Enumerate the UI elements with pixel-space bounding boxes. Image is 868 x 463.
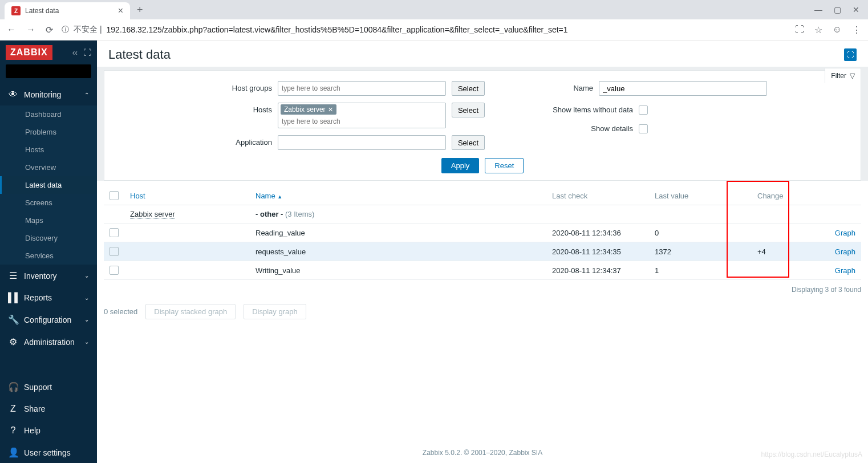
filter-label: Show details [519, 121, 633, 133]
reset-button[interactable]: Reset [485, 158, 524, 173]
select-all-checkbox[interactable] [109, 191, 119, 200]
monitoring-submenu: Dashboard Problems Hosts Overview Latest… [0, 105, 97, 265]
host-link[interactable]: Zabbix server [130, 210, 175, 219]
wrench-icon: 🔧 [8, 314, 18, 325]
table-row: Writing_value 2020-08-11 12:34:37 1 Grap… [104, 261, 861, 280]
url-box[interactable]: ⓘ 不安全 | 192.168.32.125/zabbix.php?action… [62, 25, 786, 35]
sidebar-item-share[interactable]: Z Share [0, 398, 97, 420]
header-last-check: Last check [546, 186, 649, 205]
translate-icon[interactable]: ⛶ [795, 25, 804, 35]
minimize-icon[interactable]: — [814, 5, 822, 14]
sidebar-item-support[interactable]: 🎧 Support [0, 376, 97, 398]
sidebar-item-services[interactable]: Services [0, 247, 97, 265]
graph-link[interactable]: Graph [835, 229, 855, 237]
host-groups-multiselect[interactable] [278, 81, 446, 96]
back-icon[interactable]: ← [7, 25, 16, 35]
last-check: 2020-08-11 12:34:35 [546, 242, 649, 261]
sidebar-item-overview[interactable]: Overview [0, 159, 97, 176]
maximize-icon[interactable]: ▢ [834, 5, 841, 14]
filter-label: Name [519, 81, 593, 92]
sidebar-label: Administration [24, 338, 75, 347]
sidebar-item-hosts[interactable]: Hosts [0, 141, 97, 159]
sidebar-item-monitoring[interactable]: 👁 Monitoring ⌃ [0, 84, 97, 105]
sidebar-item-problems[interactable]: Problems [0, 123, 97, 141]
row-checkbox[interactable] [109, 228, 119, 237]
zabbix-logo[interactable]: ZABBIX [6, 45, 52, 60]
page-header: Latest data ⛶ [97, 40, 868, 67]
star-icon[interactable]: ☆ [814, 25, 822, 35]
apply-button[interactable]: Apply [441, 158, 480, 173]
expand-icon[interactable]: ⛶ [83, 48, 91, 57]
header-host[interactable]: Host [124, 186, 250, 205]
filter-label: Filter [831, 72, 846, 80]
sidebar-item-maps[interactable]: Maps [0, 212, 97, 229]
sidebar-item-dashboard[interactable]: Dashboard [0, 105, 97, 123]
header-name[interactable]: Name ▲ [250, 186, 546, 205]
select-button[interactable]: Select [452, 103, 485, 117]
select-button[interactable]: Select [452, 135, 485, 150]
sidebar-item-screens[interactable]: Screens [0, 194, 97, 212]
sidebar-item-inventory[interactable]: ☰ Inventory ⌄ [0, 265, 97, 287]
graph-link[interactable]: Graph [835, 266, 855, 275]
forward-icon[interactable]: → [26, 25, 35, 35]
hosts-multiselect[interactable]: Zabbix server ✕ [278, 103, 446, 128]
sidebar-label: Configuration [24, 315, 71, 324]
search-row: ⌕ [0, 64, 97, 84]
search-box[interactable]: ⌕ [6, 64, 91, 78]
sidebar-item-user-settings[interactable]: 👤 User settings [0, 441, 97, 463]
display-graph-button[interactable]: Display graph [244, 304, 306, 319]
close-window-icon[interactable]: ✕ [853, 5, 859, 14]
address-bar-icons: ⛶ ☆ ☺ ⋮ [795, 25, 861, 35]
filter-show-without-data: Show items without data [519, 103, 767, 115]
browser-tab[interactable]: Z Latest data × [5, 2, 130, 19]
sidebar-item-configuration[interactable]: 🔧 Configuration ⌄ [0, 308, 97, 331]
table-row: Reading_value 2020-08-11 12:34:36 0 Grap… [104, 224, 861, 242]
eye-icon: 👁 [8, 90, 18, 100]
name-input[interactable] [599, 81, 767, 96]
close-icon[interactable]: × [118, 6, 123, 16]
tab-title: Latest data [25, 7, 113, 15]
tab-bar: Z Latest data × + — ▢ ✕ [0, 0, 868, 19]
sidebar-item-latest-data[interactable]: Latest data [0, 176, 97, 194]
search-input[interactable] [10, 67, 107, 76]
sidebar-item-reports[interactable]: ▌▌ Reports ⌄ [0, 287, 97, 308]
menu-icon[interactable]: ⋮ [852, 25, 861, 35]
select-button[interactable]: Select [452, 81, 485, 96]
list-icon: ☰ [8, 270, 18, 281]
header-last-value: Last value [649, 186, 752, 205]
host-tag[interactable]: Zabbix server ✕ [281, 104, 336, 115]
show-without-data-checkbox[interactable] [639, 105, 648, 115]
sidebar-label: Inventory [24, 271, 57, 281]
display-stacked-graph-button[interactable]: Display stacked graph [145, 304, 236, 319]
row-checkbox[interactable] [109, 247, 119, 256]
application-input[interactable] [278, 135, 446, 150]
filter-label: Application [198, 135, 272, 147]
sidebar-item-help[interactable]: ? Help [0, 420, 97, 441]
change [752, 261, 826, 280]
graph-link[interactable]: Graph [835, 247, 855, 256]
show-details-checkbox[interactable] [639, 124, 648, 133]
filter-panel: Host groups Select Hosts Zabbix server [104, 70, 861, 181]
fullscreen-button[interactable]: ⛶ [844, 48, 857, 61]
reload-icon[interactable]: ⟳ [46, 25, 53, 35]
item-name: requests_value [250, 242, 546, 261]
filter-label: Host groups [198, 81, 272, 92]
data-table: Host Name ▲ Last check Last value Change… [104, 186, 861, 280]
sidebar-item-discovery[interactable]: Discovery [0, 229, 97, 247]
last-value: 1372 [649, 242, 752, 261]
logo-row: ZABBIX ‹‹ ⛶ [0, 40, 97, 64]
sidebar-item-administration[interactable]: ⚙ Administration ⌄ [0, 331, 97, 353]
host-groups-input[interactable] [281, 83, 443, 94]
table-row: requests_value 2020-08-11 12:34:35 1372 … [104, 242, 861, 261]
remove-tag-icon[interactable]: ✕ [328, 106, 333, 113]
host-tag-label: Zabbix server [284, 105, 326, 113]
share-icon: Z [8, 404, 18, 414]
last-check: 2020-08-11 12:34:36 [546, 224, 649, 242]
profile-icon[interactable]: ☺ [833, 25, 842, 35]
browser-chrome: Z Latest data × + — ▢ ✕ ← → ⟳ ⓘ 不安全 | 19… [0, 0, 868, 40]
filter-toggle[interactable]: Filter ▽ [825, 68, 861, 83]
new-tab-button[interactable]: + [130, 4, 150, 16]
row-checkbox[interactable] [109, 266, 119, 275]
hosts-input[interactable] [281, 116, 368, 127]
collapse-icon[interactable]: ‹‹ [72, 48, 78, 57]
